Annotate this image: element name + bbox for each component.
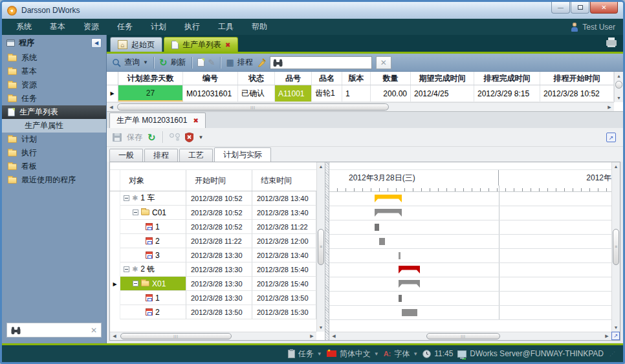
detail-tab[interactable]: 一般 (109, 149, 143, 162)
chevron-down-icon[interactable]: ▼ (317, 351, 322, 357)
detail-tab[interactable]: 计划与实际 (214, 147, 271, 162)
sidebar-item[interactable]: 基本 (2, 65, 106, 78)
column-header[interactable]: 开始时间 (186, 170, 252, 191)
scrollbar-track[interactable] (615, 80, 623, 94)
gantt-bar[interactable] (399, 295, 402, 302)
split-handle[interactable] (325, 162, 329, 340)
tree-object-cell[interactable]: 2 (120, 234, 186, 248)
chevron-down-icon[interactable]: ▼ (413, 351, 418, 357)
tree-object-cell[interactable]: X01 (120, 277, 186, 291)
gantt-bar[interactable] (399, 280, 420, 288)
gantt-bar[interactable] (375, 195, 402, 202)
sidebar-item[interactable]: 资源 (2, 78, 106, 92)
tree-row[interactable]: 32012/3/28 13:302012/3/28 13:40 (110, 248, 316, 262)
minimize-button[interactable]: — (551, 2, 570, 14)
tree-row[interactable]: 12012/3/28 10:522012/3/28 11:22 (110, 220, 316, 234)
sidebar-item[interactable]: 最近使用的程序 (2, 173, 106, 187)
chevron-down-icon[interactable]: ▼ (374, 351, 379, 357)
gantt-bar[interactable] (375, 224, 379, 231)
scrollbar-thumb[interactable]: ||| (117, 103, 389, 111)
tree-row[interactable]: ▶X012012/3/28 13:302012/3/28 15:40 (110, 277, 316, 291)
tab-production-order-list[interactable]: 生产单列表 ✖ (164, 37, 238, 52)
edit-pencil-icon[interactable]: ✎ (208, 58, 215, 67)
refresh-icon[interactable]: ↻ (148, 133, 156, 142)
detail-tab[interactable]: 工艺 (179, 149, 213, 162)
column-header[interactable]: 排程开始时间 (540, 72, 614, 85)
scroll-up-icon[interactable]: ▲ (317, 162, 325, 171)
tree-row[interactable]: ✱1 车2012/3/28 10:522012/3/28 13:40 (110, 191, 316, 206)
user-info[interactable]: Test User (571, 23, 618, 32)
tree-row[interactable]: ✱2 铣2012/3/28 13:302012/3/28 15:40 (110, 262, 316, 277)
tree-horizontal-scrollbar[interactable]: ◀ ||| ▶ (110, 332, 316, 340)
tree-object-cell[interactable]: 3 (120, 248, 186, 262)
scroll-left-icon[interactable]: ◀ (110, 332, 119, 340)
scroll-down-icon[interactable]: ▼ (317, 323, 325, 332)
scroll-down-icon[interactable]: ▼ (615, 94, 623, 102)
save-button[interactable]: 保存 (127, 132, 142, 143)
scrollbar-thumb[interactable]: ≡ (318, 229, 324, 265)
refresh-button[interactable]: ↻ 刷新 (159, 57, 186, 68)
popout-corner-icon[interactable]: ↗ (611, 332, 620, 340)
chevron-down-icon[interactable]: ▼ (143, 59, 148, 65)
sidebar-item[interactable]: 执行 (2, 146, 106, 160)
scroll-up-icon[interactable]: ▲ (615, 72, 623, 80)
tab-close-icon[interactable]: ✖ (225, 41, 230, 48)
column-header[interactable]: 品名 (312, 72, 342, 85)
tree-object-cell[interactable]: 2 (120, 305, 186, 319)
column-header[interactable]: 编号 (183, 72, 238, 85)
scrollbar-thumb[interactable]: ≡ (613, 229, 619, 265)
maximize-button[interactable] (571, 2, 589, 14)
column-header[interactable]: 排程完成时间 (474, 72, 540, 85)
tree-object-cell[interactable]: 1 (120, 291, 186, 305)
scroll-right-icon[interactable]: ▶ (307, 332, 316, 340)
resize-grip-icon[interactable]: ⋰ (609, 350, 615, 357)
status-task-menu[interactable]: 任务 ▼ (288, 348, 322, 359)
tree-object-cell[interactable]: ✱1 车 (120, 191, 186, 206)
gantt-bar[interactable] (399, 252, 400, 259)
scrollbar-track[interactable]: ||| (116, 103, 605, 111)
scroll-down-icon[interactable]: ▼ (612, 323, 620, 332)
scroll-up-icon[interactable]: ▲ (612, 162, 620, 171)
sidebar-search-clear-icon[interactable]: ✕ (91, 326, 97, 335)
collapse-expander-icon[interactable] (133, 209, 138, 215)
gantt-bar[interactable] (402, 309, 417, 316)
column-header[interactable]: 结束时间 (252, 170, 316, 191)
column-header[interactable]: 计划差异天数 (118, 72, 183, 85)
column-header[interactable]: 数量 (371, 72, 411, 85)
column-header[interactable]: 品号 (275, 72, 312, 85)
scroll-right-icon[interactable]: ▶ (605, 103, 614, 111)
column-header[interactable]: 期望完成时间 (411, 72, 474, 85)
collapse-expander-icon[interactable] (124, 266, 129, 272)
sidebar-item[interactable]: 生产单属性 (2, 119, 106, 133)
scrollbar-thumb[interactable]: ||| (120, 333, 232, 339)
scroll-left-icon[interactable]: ◀ (107, 103, 116, 111)
status-font-menu[interactable]: A: 字体 ▼ (384, 348, 419, 359)
schedule-button[interactable]: ▦ 排程 (226, 57, 252, 68)
detail-tab[interactable]: 排程 (144, 149, 178, 162)
search-clear-button[interactable]: ✕ (376, 56, 391, 69)
tree-vertical-scrollbar[interactable]: ▲ ≡ ▼ (316, 162, 325, 332)
grid-vertical-scrollbar[interactable]: ▲ ▼ (614, 72, 623, 102)
column-header[interactable]: 版本 (342, 72, 371, 85)
menu-item[interactable]: 系统 (7, 19, 41, 35)
open-in-window-icon[interactable]: ↗ (606, 133, 616, 142)
close-button[interactable]: ✕ (590, 2, 618, 14)
gantt-vertical-scrollbar[interactable]: ▲ ≡ ▼ (611, 162, 620, 332)
sidebar-collapse-button[interactable]: ◀ (91, 38, 102, 48)
tree-object-cell[interactable]: C01 (120, 206, 186, 220)
gantt-bar[interactable] (379, 238, 385, 245)
gantt-bar[interactable] (375, 209, 402, 217)
scrollbar-track[interactable]: ≡ (612, 171, 620, 323)
workflow-icon[interactable] (170, 133, 180, 142)
toolbar-search-input[interactable] (286, 58, 369, 68)
menu-item[interactable]: 资源 (74, 19, 108, 35)
detail-doc-tab[interactable]: 生产单 M012031601 ✖ (109, 112, 206, 128)
gantt-horizontal-scrollbar[interactable]: ◀ ||| ▶ (329, 332, 611, 340)
tree-row[interactable]: 22012/3/28 13:502012/3/28 15:30 (110, 305, 316, 319)
scroll-left-icon[interactable]: ◀ (329, 332, 338, 340)
menu-item[interactable]: 基本 (41, 19, 74, 35)
tree-row[interactable]: 22012/3/28 11:222012/3/28 12:00 (110, 234, 316, 248)
delete-shield-icon[interactable] (185, 133, 193, 142)
menu-item[interactable]: 帮助 (243, 19, 276, 35)
sidebar-item[interactable]: 生产单列表 (2, 105, 106, 119)
